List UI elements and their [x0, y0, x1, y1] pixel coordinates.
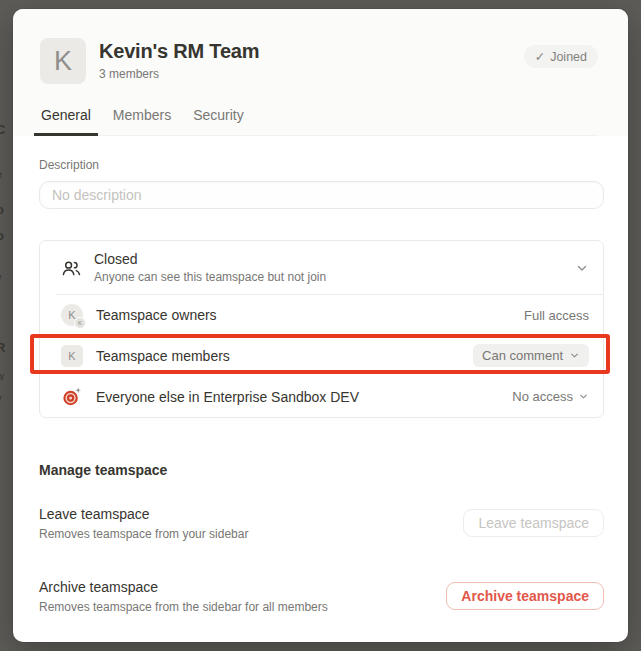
background-text-fragment: v: [0, 392, 12, 404]
settings-tabs: General Members Security: [34, 107, 598, 136]
teamspace-title: Kevin's RM Team: [99, 40, 259, 63]
background-text-fragment: o: [0, 228, 12, 243]
permission-row-members: K Teamspace members Can comment: [40, 335, 603, 376]
permissions-card: Closed Anyone can see this teamspace but…: [39, 240, 604, 418]
manage-teamspace-heading: Manage teamspace: [39, 462, 604, 478]
chevron-down-icon: [575, 261, 589, 275]
description-label: Description: [39, 158, 604, 172]
modal-header: K Kevin's RM Team 3 members ✓ Joined Gen…: [13, 9, 628, 136]
leave-teamspace-button[interactable]: Leave teamspace: [463, 509, 604, 537]
background-text-fragment: v: [0, 271, 12, 283]
leave-teamspace-row: Leave teamspace Removes teamspace from y…: [39, 505, 604, 540]
background-text-fragment: C: [0, 122, 12, 137]
members-access-value: Can comment: [482, 348, 563, 363]
chevron-down-icon: [578, 391, 589, 402]
teamspace-avatar[interactable]: K: [40, 38, 86, 84]
background-text-fragment: o: [0, 202, 12, 217]
permission-row-owners: K K Teamspace owners Full access: [40, 295, 603, 335]
people-icon: [61, 258, 81, 278]
archive-teamspace-title: Archive teamspace: [39, 578, 328, 596]
general-tab-panel: Description Closed Anyone can see this t…: [13, 136, 628, 613]
archive-teamspace-row: Archive teamspace Removes teamspace from…: [39, 578, 604, 613]
everyone-access-value: No access: [512, 389, 573, 404]
owners-access-level: Full access: [524, 308, 589, 323]
chevron-down-icon: [569, 350, 580, 361]
background-text-fragment: e: [0, 168, 12, 180]
access-level-selector[interactable]: Closed Anyone can see this teamspace but…: [40, 241, 603, 294]
leave-teamspace-title: Leave teamspace: [39, 505, 248, 523]
teamspace-settings-modal: K Kevin's RM Team 3 members ✓ Joined Gen…: [13, 9, 628, 642]
access-level-title: Closed: [94, 250, 326, 268]
background-text-fragment: w: [0, 370, 12, 382]
members-avatar: K: [61, 345, 83, 367]
workspace-icon: [61, 386, 83, 408]
archive-teamspace-button[interactable]: Archive teamspace: [446, 582, 604, 610]
background-text-fragment: R: [0, 340, 12, 355]
background-text-fragment: t: [0, 288, 12, 303]
permission-row-label: Teamspace members: [96, 348, 230, 364]
joined-badge[interactable]: ✓ Joined: [524, 45, 598, 68]
access-level-subtitle: Anyone can see this teamspace but not jo…: [94, 269, 326, 285]
everyone-access-dropdown[interactable]: No access: [512, 385, 589, 408]
permission-row-everyone: Everyone else in Enterprise Sandbox DEV …: [40, 376, 603, 417]
owners-avatar-stack: K K: [61, 304, 83, 326]
permission-row-label: Teamspace owners: [96, 307, 217, 323]
permission-row-label: Everyone else in Enterprise Sandbox DEV: [96, 389, 359, 405]
joined-badge-label: Joined: [550, 50, 587, 64]
leave-teamspace-subtitle: Removes teamspace from your sidebar: [39, 528, 248, 540]
member-count: 3 members: [99, 67, 259, 81]
archive-teamspace-subtitle: Removes teamspace from the sidebar for a…: [39, 601, 328, 613]
tab-members[interactable]: Members: [106, 107, 178, 136]
members-access-dropdown[interactable]: Can comment: [473, 344, 589, 367]
tab-security[interactable]: Security: [186, 107, 251, 136]
description-input[interactable]: [39, 181, 604, 209]
check-icon: ✓: [535, 49, 545, 64]
tab-general[interactable]: General: [34, 107, 98, 136]
